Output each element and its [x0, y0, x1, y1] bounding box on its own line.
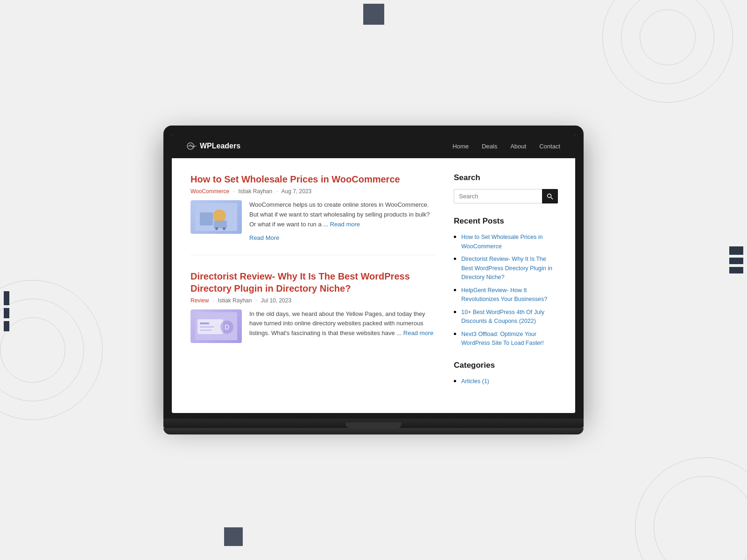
- category-1-count: (1): [482, 378, 489, 385]
- post-1-read-more[interactable]: Read More: [249, 234, 279, 241]
- post-1-body: WooCommerce helps us to create online st…: [190, 200, 435, 241]
- categories-list: Articles (1): [454, 377, 557, 385]
- post-2-thumbnail: D: [190, 309, 242, 343]
- sidebar-recent-posts-title: Recent Posts: [454, 217, 557, 226]
- recent-post-1-link[interactable]: How to Set Wholesale Prices in WooCommer…: [461, 234, 543, 250]
- nav-about[interactable]: About: [510, 143, 526, 150]
- recent-post-2-link[interactable]: Directorist Review- Why It Is The Best W…: [461, 256, 552, 280]
- svg-rect-10: [200, 322, 209, 324]
- site-navigation: WPLeaders Home Deals About Contact: [172, 134, 575, 158]
- post-2-title[interactable]: Directorist Review- Why It Is The Best W…: [190, 270, 435, 294]
- post-2-meta: Review · Istiak Rayhan · Jul 10, 2023: [190, 297, 435, 304]
- svg-point-7: [223, 227, 226, 230]
- post-1-read-more-inline[interactable]: Read more: [330, 221, 360, 228]
- post-2-category[interactable]: Review: [190, 297, 209, 304]
- post-1-date: Aug 7, 2023: [282, 188, 312, 195]
- recent-post-5: Next3 Offload: Optimize Your WordPress S…: [461, 329, 557, 348]
- deco-rect-left-2: [4, 308, 9, 318]
- svg-rect-5: [214, 221, 227, 228]
- recent-post-5-link[interactable]: Next3 Offload: Optimize Your WordPress S…: [461, 331, 544, 347]
- laptop-foot: [163, 428, 584, 434]
- deco-rect-right-1: [729, 246, 743, 255]
- recent-post-3-link[interactable]: HelpGent Review- How It Revolutionizes Y…: [461, 287, 547, 303]
- category-1-link[interactable]: Articles (1): [461, 378, 489, 385]
- site-content: How to Set Wholesale Prices in WooCommer…: [172, 158, 575, 413]
- recent-posts-list: How to Set Wholesale Prices in WooCommer…: [454, 232, 557, 348]
- svg-point-4: [213, 210, 226, 223]
- post-1-author: Istiak Rayhan: [238, 188, 272, 195]
- post-1-title[interactable]: How to Set Wholesale Prices in WooCommer…: [190, 173, 435, 185]
- deco-rect-left-1: [4, 291, 9, 305]
- post-1-meta: WooCommerce · Istiak Rayhan · Aug 7, 202…: [190, 188, 435, 195]
- svg-rect-3: [200, 212, 213, 225]
- post-2-sep: ·: [212, 297, 214, 304]
- search-icon: [547, 193, 553, 200]
- category-1: Articles (1): [461, 377, 557, 385]
- sidebar-search-section: Search: [454, 173, 557, 203]
- sidebar: Search Rece: [454, 173, 557, 398]
- laptop-notch: [345, 422, 402, 428]
- post-2-sep2: ·: [255, 297, 257, 304]
- deco-rect-left-3: [4, 321, 9, 331]
- post-1-excerpt: WooCommerce helps us to create online st…: [249, 200, 435, 229]
- recent-post-2: Directorist Review- Why It Is The Best W…: [461, 254, 557, 282]
- svg-rect-12: [200, 329, 211, 331]
- sidebar-categories-title: Categories: [454, 361, 557, 370]
- nav-contact[interactable]: Contact: [539, 143, 560, 150]
- svg-rect-11: [200, 326, 214, 328]
- post-2-body: D In the old days, we heard about the Ye…: [190, 309, 435, 343]
- post-1-sep2: ·: [276, 188, 277, 195]
- nav-links: Home Deals About Contact: [452, 143, 560, 150]
- post-2-excerpt: In the old days, we heard about the Yell…: [249, 309, 435, 338]
- post-1-sep: ·: [233, 188, 234, 195]
- recent-post-4: 10+ Best WordPress 4th Of July Discounts…: [461, 308, 557, 326]
- deco-rect-bottom: [224, 527, 243, 546]
- site-logo: WPLeaders: [187, 142, 240, 150]
- logo-text: WPLeaders: [200, 142, 240, 150]
- post-1-thumbnail: [190, 200, 242, 234]
- svg-line-16: [551, 197, 553, 199]
- sidebar-search-title: Search: [454, 173, 557, 182]
- post-card-2: Directorist Review- Why It Is The Best W…: [190, 270, 435, 356]
- post-card-1: How to Set Wholesale Prices in WooCommer…: [190, 173, 435, 255]
- laptop-base: [163, 419, 584, 428]
- logo-icon: [187, 142, 197, 150]
- main-column: How to Set Wholesale Prices in WooCommer…: [190, 173, 435, 398]
- post-1-excerpt-wrapper: WooCommerce helps us to create online st…: [249, 200, 435, 241]
- deco-rect-top: [363, 4, 384, 25]
- svg-point-6: [215, 227, 218, 230]
- search-box: [454, 189, 557, 203]
- nav-home[interactable]: Home: [452, 143, 469, 150]
- recent-post-4-link[interactable]: 10+ Best WordPress 4th Of July Discounts…: [461, 309, 544, 325]
- post-2-read-more-inline[interactable]: Read more: [403, 329, 433, 336]
- laptop-wrapper: WPLeaders Home Deals About Contact How t…: [163, 126, 584, 434]
- laptop-body: WPLeaders Home Deals About Contact How t…: [163, 126, 584, 419]
- post-2-author: Istiak Rayhan: [218, 297, 252, 304]
- nav-deals[interactable]: Deals: [482, 143, 497, 150]
- search-input[interactable]: [454, 189, 542, 203]
- post-2-excerpt-wrapper: In the old days, we heard about the Yell…: [249, 309, 435, 338]
- search-button[interactable]: [542, 189, 558, 203]
- post-2-date: Jul 10, 2023: [261, 297, 291, 304]
- deco-rect-right-2: [729, 258, 743, 264]
- recent-post-1: How to Set Wholesale Prices in WooCommer…: [461, 232, 557, 251]
- laptop-screen: WPLeaders Home Deals About Contact How t…: [172, 134, 575, 413]
- post-1-category[interactable]: WooCommerce: [190, 188, 229, 195]
- deco-rect-right-3: [729, 267, 743, 273]
- sidebar-categories-section: Categories Articles (1): [454, 361, 557, 385]
- sidebar-recent-posts-section: Recent Posts How to Set Wholesale Prices…: [454, 217, 557, 348]
- recent-post-3: HelpGent Review- How It Revolutionizes Y…: [461, 286, 557, 304]
- svg-text:D: D: [225, 323, 229, 331]
- svg-point-15: [548, 194, 551, 197]
